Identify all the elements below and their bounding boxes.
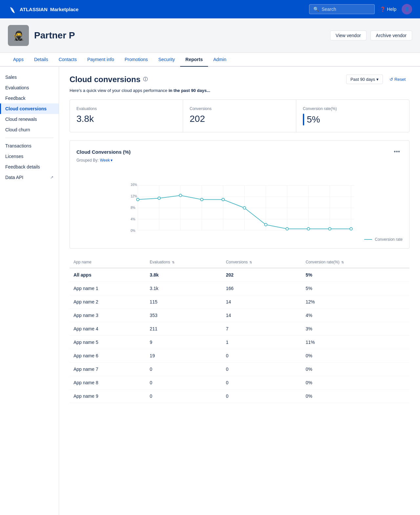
chart-point-5 (243, 207, 246, 209)
cell-app-name: App name 3 (70, 309, 146, 322)
cell-conversions: 0 (222, 363, 302, 376)
page-controls: Past 90 days ▾ ↺ Reset (346, 75, 410, 84)
cell-app-name: App name 9 (70, 390, 146, 403)
table-body: All apps 3.8k 202 5% App name 1 3.1k 166… (70, 268, 410, 403)
group-by-label: Grouped By: (76, 158, 98, 163)
sidebar-item-evaluations[interactable]: Evaluations (0, 82, 59, 93)
cell-evaluations: 211 (146, 322, 222, 336)
archive-vendor-button[interactable]: Archive vendor (370, 31, 412, 40)
avatar-initials: 👤 (405, 7, 410, 11)
period-select-button[interactable]: Past 90 days ▾ (346, 75, 383, 84)
group-by-value-button[interactable]: Week ▾ (100, 158, 112, 163)
chart-point-7 (286, 228, 288, 230)
stat-conversions: Conversions 202 (183, 100, 296, 132)
stat-evaluations-value: 3.8k (76, 114, 176, 124)
sidebar-item-transactions[interactable]: Transactions (0, 141, 59, 151)
main-content: Cloud conversions ⓘ Past 90 days ▾ ↺ Res… (59, 67, 420, 515)
chart-point-1 (158, 197, 160, 199)
subtitle-bold: in the past 90 days... (169, 88, 210, 93)
top-navigation: ATLASSIAN Marketplace 🔍 ❓ Help 👤 (0, 0, 420, 18)
avatar[interactable]: 👤 (402, 4, 412, 14)
period-label: Past 90 days (350, 77, 375, 82)
cell-evaluations: 19 (146, 349, 222, 363)
help-icon: ❓ (380, 7, 386, 12)
info-icon[interactable]: ⓘ (143, 77, 148, 82)
data-table: App name Evaluations ⇅ Conversions ⇅ Con… (70, 257, 410, 403)
sidebar-item-licenses[interactable]: Licenses (0, 151, 59, 162)
cell-app-name: App name 1 (70, 282, 146, 295)
sort-evaluations-icon[interactable]: ⇅ (172, 260, 175, 264)
tab-contacts[interactable]: Contacts (53, 53, 82, 67)
reset-icon: ↺ (389, 77, 393, 82)
cell-app-name: App name 6 (70, 349, 146, 363)
help-button[interactable]: ❓ Help (380, 7, 396, 12)
chart-legend: Conversion rate (76, 237, 403, 242)
sidebar-item-sales[interactable]: Sales (0, 72, 59, 82)
sidebar-item-feedback-details[interactable]: Feedback details (0, 162, 59, 172)
tab-admin[interactable]: Admin (208, 53, 232, 67)
chart-container: 0% 4% 8% 12% 16% (76, 168, 403, 235)
cell-evaluations: 115 (146, 295, 222, 309)
cell-conversions: 0 (222, 376, 302, 390)
atlassian-logo-icon (8, 5, 17, 14)
cell-app-name: App name 7 (70, 363, 146, 376)
vendor-logo-emoji: 🥷 (13, 30, 24, 41)
page-subtitle: Here's a quick view of your cloud apps p… (70, 88, 410, 93)
cell-evaluations: 9 (146, 336, 222, 349)
reset-button[interactable]: ↺ Reset (386, 75, 410, 84)
chart-more-button[interactable]: ••• (391, 147, 403, 157)
chart-point-3 (200, 198, 203, 201)
cell-evaluations: 0 (146, 390, 222, 403)
col-conversions: Conversions ⇅ (222, 257, 302, 268)
tab-reports[interactable]: Reports (180, 53, 208, 67)
cell-rate: 11% (302, 336, 410, 349)
sidebar-item-cloud-renewals[interactable]: Cloud renewals (0, 114, 59, 124)
sidebar-item-data-api[interactable]: Data API ↗ (0, 172, 59, 183)
col-app-name: App name (70, 257, 146, 268)
cell-rate: 0% (302, 376, 410, 390)
cell-rate: 4% (302, 309, 410, 322)
sidebar-item-cloud-conversions[interactable]: Cloud conversions (0, 103, 59, 114)
table-row: App name 3 353 14 4% (70, 309, 410, 322)
chart-header: Cloud Conversions (%) ••• (76, 147, 403, 157)
stat-conversions-label: Conversions (190, 106, 289, 111)
legend-label: Conversion rate (375, 237, 403, 242)
chart-point-4 (222, 198, 224, 201)
col-conversion-rate: Conversion rate(%) ⇅ (302, 257, 410, 268)
table-row: App name 5 9 1 11% (70, 336, 410, 349)
nav-right: 🔍 ❓ Help 👤 (309, 4, 412, 14)
tab-apps[interactable]: Apps (8, 53, 29, 67)
search-box[interactable]: 🔍 (309, 4, 375, 14)
cell-conversions: 14 (222, 309, 302, 322)
table-header: App name Evaluations ⇅ Conversions ⇅ Con… (70, 257, 410, 268)
stat-evaluations: Evaluations 3.8k (70, 100, 183, 132)
cell-rate: 12% (302, 295, 410, 309)
view-vendor-button[interactable]: View vendor (330, 31, 367, 40)
chart-point-9 (328, 228, 331, 230)
stat-conversion-rate-label: Conversion rate(%) (303, 106, 403, 111)
tab-payment-info[interactable]: Payment info (82, 53, 119, 67)
cell-evaluations: 0 (146, 363, 222, 376)
cell-conversions: 166 (222, 282, 302, 295)
tab-promotions[interactable]: Promotions (119, 53, 153, 67)
legend-line (364, 239, 372, 240)
cell-app-name: App name 2 (70, 295, 146, 309)
period-chevron-icon: ▾ (376, 77, 379, 82)
cell-app-name: App name 5 (70, 336, 146, 349)
sidebar-divider (5, 138, 53, 138)
search-input[interactable] (322, 7, 368, 12)
sort-rate-icon[interactable]: ⇅ (341, 260, 344, 264)
table-row: App name 4 211 7 3% (70, 322, 410, 336)
tab-navigation: Apps Details Contacts Payment info Promo… (0, 53, 420, 67)
sort-conversions-icon[interactable]: ⇅ (249, 260, 252, 264)
page-title-text: Cloud conversions (70, 75, 140, 84)
tab-security[interactable]: Security (153, 53, 180, 67)
atlassian-logo[interactable]: ATLASSIAN Marketplace (8, 5, 78, 14)
vendor-name: Partner P (34, 30, 75, 41)
cell-evaluations: 3.1k (146, 282, 222, 295)
cell-conversions: 0 (222, 390, 302, 403)
sidebar-item-cloud-churn[interactable]: Cloud churn (0, 124, 59, 135)
sidebar-item-feedback[interactable]: Feedback (0, 93, 59, 103)
tab-details[interactable]: Details (29, 53, 53, 67)
cell-evaluations: 3.8k (146, 268, 222, 282)
